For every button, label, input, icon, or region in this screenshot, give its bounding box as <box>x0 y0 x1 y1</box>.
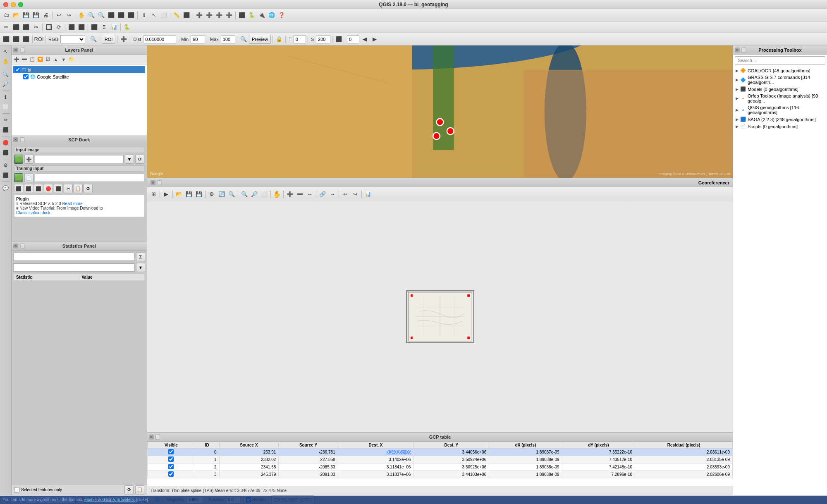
web-icon[interactable]: 🌐 <box>267 11 276 20</box>
row-visible-0[interactable] <box>168 449 174 454</box>
proc-tree-item[interactable]: ▶ ⬛ Models [0 geoalgorithms] <box>734 86 826 93</box>
identify-icon[interactable]: ℹ <box>139 11 148 20</box>
georef-float-btn[interactable]: ⬜ <box>157 180 162 185</box>
scp-action1[interactable]: ⬛ <box>14 184 23 193</box>
row-visible-3[interactable] <box>168 471 174 477</box>
vert-roipoly-icon[interactable]: ⬛ <box>1 148 10 157</box>
add-raster-icon[interactable]: ➕ <box>225 11 234 20</box>
add-vector-icon[interactable]: ➕ <box>215 11 224 20</box>
gcp-close-btn[interactable]: ✕ <box>149 435 154 440</box>
measure-area-icon[interactable]: ⬛ <box>182 11 191 20</box>
select-icon[interactable]: ↖ <box>149 11 158 20</box>
t-input[interactable]: 0 <box>294 35 306 43</box>
split-icon[interactable]: ⬛ <box>77 23 86 32</box>
save-as-icon[interactable]: 💾 <box>31 11 41 20</box>
scp-icon1[interactable]: ⬛ <box>2 35 11 44</box>
add-feature-icon[interactable]: ⬛ <box>22 23 31 32</box>
table-row[interactable]: 0253.91-236.7813.14016e+063.44056e+061.8… <box>148 449 733 456</box>
georef-link-icon[interactable]: 🔗 <box>318 190 327 199</box>
proc-tree-item[interactable]: ▶ 🟦 SAGA (2.2.3) [248 geoalgorithms] <box>734 116 826 123</box>
vert-pan-icon[interactable]: ✋ <box>1 57 10 66</box>
vert-roi-icon[interactable]: 🔴 <box>1 138 10 147</box>
scp-close-btn[interactable]: ✕ <box>13 137 18 142</box>
proc-tree-item[interactable]: ▶ 🔶 GDAL/OGR [48 geoalgorithms] <box>734 67 826 74</box>
vert-zoom-out-icon[interactable]: 🔎 <box>1 80 10 89</box>
georef-zoomfull-icon[interactable]: ⬜ <box>260 190 269 199</box>
classify-icon[interactable]: ⬛ <box>334 35 343 44</box>
table-row[interactable]: 3245.379-2091.033.11837e+063.44103e+061.… <box>148 471 733 478</box>
print-icon[interactable]: 🖨 <box>41 11 50 20</box>
georef-pan-icon[interactable]: ✋ <box>272 190 282 199</box>
rgb-select[interactable] <box>60 35 85 43</box>
proc-tree-item[interactable]: ▶ 🔷 GRASS GIS 7 commands [314 geoalgorit… <box>734 74 826 86</box>
scp-classification-link[interactable]: Classification dock <box>16 210 50 215</box>
scp-action2[interactable]: ⬛ <box>24 184 33 193</box>
stats-refresh-btn[interactable]: ⟳ <box>124 485 134 494</box>
stats-band-btn[interactable]: ▼ <box>136 263 145 272</box>
row-visible-1[interactable] <box>168 456 174 462</box>
snap-icon[interactable]: 🔲 <box>44 23 53 32</box>
zoom-layer-icon[interactable]: ⬛ <box>117 11 126 20</box>
extra-input[interactable]: 0 <box>347 35 359 43</box>
stats-text-input[interactable] <box>13 253 135 261</box>
georef-redo-icon[interactable]: ↪ <box>351 190 360 199</box>
scp-add-btn[interactable]: ➕ <box>24 155 33 164</box>
add-wms-icon[interactable]: ➕ <box>195 11 204 20</box>
layer-item-bl[interactable]: 🗔 bl <box>13 66 145 73</box>
field-calc-icon[interactable]: ⬛ <box>237 11 246 20</box>
layers-float-btn[interactable]: ⬜ <box>20 48 25 53</box>
proc-search-input[interactable] <box>735 56 825 64</box>
save-project-icon[interactable]: 💾 <box>22 11 31 20</box>
node-tool-icon[interactable]: ⬛ <box>12 23 21 32</box>
scp-browse-btn[interactable]: ▼ <box>125 155 134 164</box>
scp-icon3[interactable]: ⬛ <box>22 35 31 44</box>
vert-settings-icon[interactable]: ⚙ <box>1 161 10 170</box>
s-input[interactable]: 200 <box>316 35 330 43</box>
arrow-right-icon[interactable]: ▶ <box>370 35 379 44</box>
stats-float-btn[interactable]: ⬜ <box>20 244 25 248</box>
toggle-layers-btn[interactable]: ☑ <box>44 56 52 63</box>
layer-visible-bl[interactable] <box>15 67 20 72</box>
georef-saveas-icon[interactable]: 💾 <box>194 190 203 199</box>
layer-visible-google[interactable] <box>23 74 29 79</box>
vert-node-icon[interactable]: ⬛ <box>1 125 10 134</box>
georef-open-icon[interactable]: 📂 <box>174 190 184 199</box>
minimize-button[interactable] <box>11 2 16 7</box>
attrs-icon[interactable]: ⬛ <box>90 23 99 32</box>
proc-close-btn[interactable]: ✕ <box>735 48 740 53</box>
vert-select-icon[interactable]: ↖ <box>1 47 10 56</box>
preview-icon2[interactable]: 🔍 <box>239 35 248 44</box>
redo-icon[interactable]: ↪ <box>64 11 73 20</box>
scp-action8[interactable]: ⚙ <box>84 184 93 193</box>
scp-action3[interactable]: ⬛ <box>34 184 43 193</box>
proc-tree-item[interactable]: ▶ 📄 Scripts [0 geoalgorithms] <box>734 123 826 130</box>
open-attrs-btn[interactable]: 📋 <box>29 56 36 63</box>
preview-button[interactable]: Preview <box>249 35 271 44</box>
python2-icon[interactable]: 🐍 <box>122 23 131 32</box>
georef-transform-icon[interactable]: 🔄 <box>217 190 226 199</box>
scp-training-input[interactable] <box>35 174 144 182</box>
undo-icon[interactable]: ↩ <box>54 11 63 20</box>
georef-close-btn[interactable]: ✕ <box>151 180 155 185</box>
scp-refresh-btn[interactable]: ⟳ <box>135 155 144 164</box>
vert-identify-icon[interactable]: ℹ <box>1 93 10 102</box>
add-wfs-icon[interactable]: ➕ <box>205 11 214 20</box>
new-project-icon[interactable]: 🗂 <box>2 11 11 20</box>
add-layer-btn[interactable]: ➕ <box>13 56 20 63</box>
layer-item-google[interactable]: 🌐 Google Satellite <box>13 73 145 80</box>
delete-feature-icon[interactable]: ✂ <box>31 23 41 32</box>
digitize-icon[interactable]: ✏ <box>2 23 11 32</box>
vert-comment-icon[interactable]: 💬 <box>1 184 10 193</box>
layers-close-btn[interactable]: ✕ <box>13 48 18 53</box>
vert-select2-icon[interactable]: ⬜ <box>1 103 10 112</box>
add-marker-icon[interactable]: ➕ <box>119 35 128 44</box>
stats-selected-checkbox[interactable] <box>14 487 19 492</box>
max-input[interactable]: 100 <box>221 35 235 43</box>
zoom-in-icon[interactable]: 🔍 <box>87 11 96 20</box>
remove-layer-btn[interactable]: ➖ <box>21 56 28 63</box>
python-icon[interactable]: 🐍 <box>247 11 256 20</box>
measure-line-icon[interactable]: 📏 <box>172 11 181 20</box>
preview-zoom-icon[interactable]: 🔍 <box>89 35 98 44</box>
open-project-icon[interactable]: 📂 <box>12 11 21 20</box>
dist-input[interactable]: 0.010000 <box>143 35 176 43</box>
